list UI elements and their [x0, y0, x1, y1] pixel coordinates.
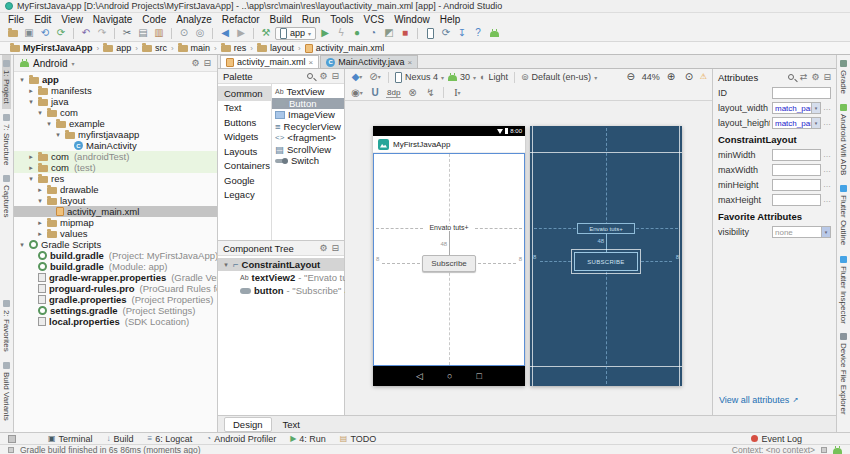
toolwindow-flutter-inspector[interactable]: Flutter Inspector — [839, 251, 848, 329]
palette-category-google[interactable]: Google — [218, 173, 271, 188]
menu-build[interactable]: Build — [265, 14, 297, 25]
project-tree-item-mipmap[interactable]: ▸mipmap — [14, 217, 217, 228]
gradle-refresh-icon[interactable]: ⟳ — [54, 26, 68, 40]
project-tree-item-drawable[interactable]: ▸drawable — [14, 184, 217, 195]
guidelines-icon[interactable]: I▾ — [450, 86, 464, 100]
forward-icon[interactable]: ▶ — [234, 26, 248, 40]
pick-resource-button[interactable]: … — [823, 150, 831, 159]
chevron-down-icon[interactable]: ▾ — [222, 261, 230, 269]
chevron-down-icon[interactable]: ▾ — [811, 118, 820, 128]
sync-ide-icon[interactable]: ⟲ — [38, 26, 52, 40]
breadcrumb-activity_main.xml[interactable]: activity_main.xml — [303, 43, 387, 53]
project-tree-item-java[interactable]: ▾java — [14, 96, 217, 107]
toolwindow-device-file-explorer[interactable]: Device File Explorer — [839, 328, 848, 420]
run-config-select[interactable]: app▾ — [275, 27, 316, 40]
swap-panel-icon[interactable]: ⇄ — [800, 72, 808, 82]
project-view-selector[interactable]: Android — [33, 58, 67, 69]
view-options-icon[interactable]: ◉▾ — [350, 86, 364, 100]
menu-window[interactable]: Window — [389, 14, 435, 25]
minHeight-input[interactable] — [772, 179, 821, 191]
palette-component-fragment[interactable]: <><fragment> — [272, 132, 344, 144]
settings-gear-icon[interactable]: ⚙ — [811, 72, 819, 82]
breadcrumb-MyFirstJavaApp[interactable]: MyFirstJavaApp — [8, 43, 95, 53]
layout_height-select[interactable]: match_parent▾ — [772, 117, 821, 129]
project-tree-item-build.gradle[interactable]: build.gradle(Project: MyFirstJavaApp) — [14, 250, 217, 261]
open-icon[interactable] — [6, 26, 20, 40]
chevron-down-icon[interactable]: ▾ — [27, 175, 35, 183]
breadcrumb-src[interactable]: src — [140, 43, 169, 53]
breadcrumb-app[interactable]: app — [101, 43, 133, 53]
search-icon[interactable] — [307, 73, 313, 79]
project-tree-item-local.properties[interactable]: local.properties(SDK Location) — [14, 316, 217, 327]
palette-category-widgets[interactable]: Widgets — [218, 130, 271, 145]
warnings-icon[interactable]: ⚠ — [700, 73, 707, 81]
palette-component-ImageView[interactable]: ImageView — [272, 109, 344, 121]
zoom-out-icon[interactable]: ⊖ — [624, 70, 638, 84]
stop-icon[interactable]: ■ — [398, 26, 412, 40]
collapse-icon[interactable]: ⊟ — [331, 243, 339, 253]
palette-component-TextView[interactable]: AbTextView — [272, 86, 344, 98]
project-tree-item-gradle.properties[interactable]: gradle.properties(Project Properties) — [14, 294, 217, 305]
toolwindow-terminal[interactable]: ▣Terminal — [48, 434, 93, 444]
pick-resource-button[interactable]: … — [823, 103, 831, 112]
palette-component-Button[interactable]: Button — [272, 98, 344, 110]
chevron-down-icon[interactable]: ▾ — [45, 120, 53, 128]
project-tree-item-com[interactable]: ▸com(test) — [14, 162, 217, 173]
device-select[interactable]: Nexus 4▾ — [395, 72, 444, 83]
theme-select[interactable]: ◐ Light — [480, 72, 508, 82]
breadcrumb-res[interactable]: res — [219, 43, 249, 53]
project-tree-item-app[interactable]: ▾app — [14, 74, 217, 85]
project-tree-item-manifests[interactable]: ▸manifests — [14, 85, 217, 96]
project-tree-item-settings.gradle[interactable]: settings.gradle(Project Settings) — [14, 305, 217, 316]
palette-category-containers[interactable]: Containers — [218, 159, 271, 174]
menu-vcs[interactable]: VCS — [359, 14, 390, 25]
tab-design[interactable]: Design — [224, 417, 272, 432]
preview-root-layout[interactable]: Envato tuts+ 48 8 8 Subscribe — [373, 153, 525, 366]
chevron-down-icon[interactable]: ▾ — [18, 76, 26, 84]
locale-select[interactable]: ⊚ Default (en-us)▾ — [521, 72, 597, 82]
help-icon[interactable]: ? — [471, 26, 485, 40]
profiler-icon[interactable]: ◔ — [366, 26, 380, 40]
wifi-adb-icon[interactable] — [487, 26, 501, 40]
sync-project-icon[interactable]: ⟳ — [439, 26, 453, 40]
toolwindow-android-wifi-adb[interactable]: Android Wifi ADB — [839, 99, 848, 180]
tab-mainactivity-java[interactable]: C MainActivity.java × — [320, 55, 418, 68]
toolwindow-logcat[interactable]: ≡6: Logcat — [148, 434, 193, 444]
palette-component-ScrollView[interactable]: ▤ScrollView — [272, 144, 344, 156]
breadcrumb-main[interactable]: main — [176, 43, 213, 53]
close-icon[interactable]: × — [309, 58, 314, 67]
menu-analyze[interactable]: Analyze — [171, 14, 217, 25]
menu-refactor[interactable]: Refactor — [217, 14, 265, 25]
redo-icon[interactable]: ↷ — [95, 26, 109, 40]
menu-code[interactable]: Code — [137, 14, 171, 25]
orientation-icon[interactable]: ⊘▾ — [368, 70, 382, 84]
event-log-button[interactable]: Event Log — [751, 434, 802, 444]
project-tree-item-activity_main.xml[interactable]: activity_main.xml — [14, 206, 217, 217]
find-in-path-icon[interactable]: ◎ — [193, 26, 207, 40]
sort-icon[interactable]: ⊟ — [331, 71, 339, 81]
search-icon[interactable] — [788, 74, 794, 80]
chevron-right-icon[interactable]: ▸ — [27, 87, 35, 95]
hide-panel-icon[interactable]: ⊟ — [203, 58, 211, 68]
chevron-right-icon[interactable]: ▸ — [36, 186, 44, 194]
infer-constraints-icon[interactable]: ↯ — [423, 86, 437, 100]
copy-icon[interactable]: ▤ — [136, 26, 150, 40]
maxHeight-input[interactable] — [772, 194, 821, 206]
breadcrumb-layout[interactable]: layout — [255, 43, 296, 53]
pick-resource-button[interactable]: … — [823, 165, 831, 174]
toolwindow-project[interactable]: 1: Project — [2, 55, 11, 109]
chevron-down-icon[interactable]: ▾ — [27, 98, 35, 106]
run-icon[interactable]: ▶ — [318, 26, 332, 40]
project-tree-item-gradle-wrapper.properties[interactable]: gradle-wrapper.properties(Gradle Version… — [14, 272, 217, 283]
project-tree-item-example[interactable]: ▾example — [14, 118, 217, 129]
pick-resource-button[interactable]: … — [823, 195, 831, 204]
textview-envato[interactable]: Envato tuts+ — [427, 224, 470, 231]
palette-category-legacy[interactable]: Legacy — [218, 188, 271, 203]
chevron-right-icon[interactable]: ▸ — [36, 230, 44, 238]
menu-tools[interactable]: Tools — [325, 14, 358, 25]
menu-view[interactable]: View — [56, 14, 88, 25]
menu-help[interactable]: Help — [435, 14, 466, 25]
toolwindow-run[interactable]: ▶4: Run — [290, 434, 326, 444]
project-tree-item-proguard-rules.pro[interactable]: proguard-rules.pro(ProGuard Rules for ap… — [14, 283, 217, 294]
sdk-manager-icon[interactable]: ↧ — [455, 26, 469, 40]
